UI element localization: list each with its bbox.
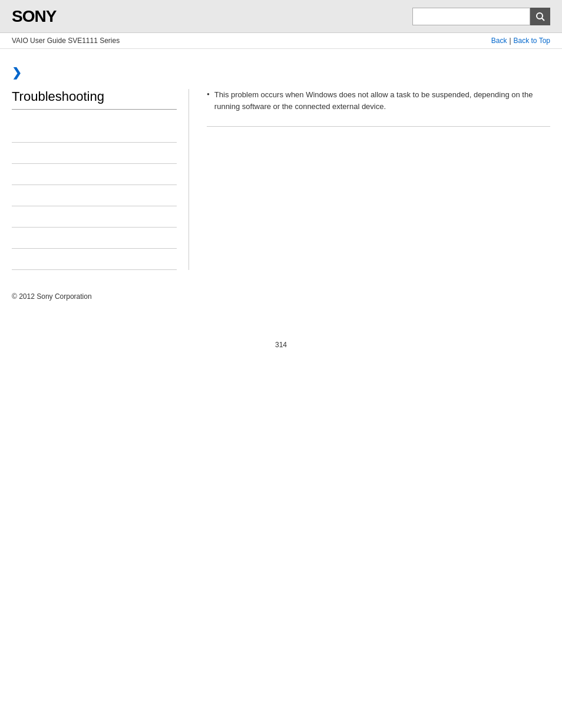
page-number: 314	[0, 341, 562, 361]
guide-title: VAIO User Guide SVE1111 Series	[12, 37, 120, 45]
sidebar-item-2[interactable]	[12, 143, 177, 164]
main-content: ❯ Troubleshooting ● This problem occurs …	[0, 49, 562, 317]
nav-links: Back | Back to Top	[491, 37, 550, 45]
back-to-top-link[interactable]: Back to Top	[514, 37, 550, 45]
sidebar-item-4[interactable]	[12, 185, 177, 206]
sony-logo: SONY	[12, 7, 56, 26]
sidebar: Troubleshooting	[12, 89, 189, 270]
search-button[interactable]	[530, 8, 550, 25]
right-content: ● This problem occurs when Windows does …	[189, 89, 550, 270]
back-link[interactable]: Back	[491, 37, 507, 45]
content-section: ● This problem occurs when Windows does …	[207, 89, 550, 127]
header: SONY	[0, 0, 562, 33]
search-input[interactable]	[412, 8, 530, 25]
nav-bar: VAIO User Guide SVE1111 Series Back | Ba…	[0, 33, 562, 49]
bullet-dot: ●	[207, 91, 210, 97]
bullet-item: ● This problem occurs when Windows does …	[207, 89, 550, 112]
search-area	[412, 8, 550, 25]
bullet-text: This problem occurs when Windows does no…	[214, 89, 550, 112]
sidebar-title: Troubleshooting	[12, 89, 177, 110]
search-icon	[535, 12, 545, 21]
sidebar-item-3[interactable]	[12, 164, 177, 185]
sidebar-item-6[interactable]	[12, 228, 177, 249]
content-layout: Troubleshooting ● This problem occurs wh…	[12, 89, 550, 270]
sidebar-item-1[interactable]	[12, 121, 177, 143]
svg-point-0	[537, 13, 543, 19]
sidebar-item-7[interactable]	[12, 249, 177, 270]
footer-copyright: © 2012 Sony Corporation	[12, 288, 550, 305]
chevron-arrow: ❯	[12, 65, 550, 80]
nav-separator: |	[509, 37, 511, 45]
sidebar-item-5[interactable]	[12, 206, 177, 228]
svg-line-1	[542, 18, 544, 21]
